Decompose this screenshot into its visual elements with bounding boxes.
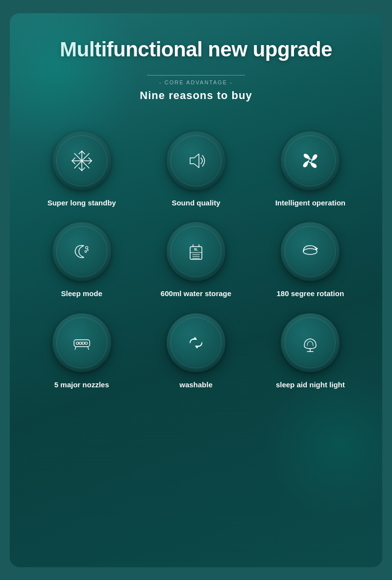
svg-marker-26 xyxy=(315,247,318,251)
svg-point-14 xyxy=(85,247,88,249)
svg-point-28 xyxy=(76,342,78,344)
snowflake-icon xyxy=(69,148,95,174)
svg-marker-35 xyxy=(195,346,199,349)
svg-text:6L: 6L xyxy=(194,248,198,251)
icon-circle-snowflake xyxy=(52,131,111,190)
icon-circle-water: 6L xyxy=(167,222,225,281)
feature-item-water-storage: 6L 600ml water storage xyxy=(144,222,248,299)
icon-circle-sound xyxy=(167,131,225,190)
svg-line-7 xyxy=(82,168,85,171)
fan-icon xyxy=(297,148,323,174)
page-container: Multifunctional new upgrade - CORE ADVAN… xyxy=(10,13,382,567)
feature-label-rotation: 180 segree rotation xyxy=(277,289,344,299)
feature-item-washable: washable xyxy=(144,313,248,390)
washable-icon xyxy=(183,330,209,355)
svg-line-3 xyxy=(74,153,89,168)
svg-line-4 xyxy=(79,151,82,154)
svg-rect-17 xyxy=(190,247,202,259)
svg-line-8 xyxy=(72,158,75,161)
svg-point-31 xyxy=(85,342,87,344)
divider-line xyxy=(147,75,245,76)
svg-marker-34 xyxy=(193,337,197,340)
icon-circle-nightlight xyxy=(281,313,340,372)
main-title: Multifunctional new upgrade xyxy=(60,38,332,61)
feature-label-nozzles: 5 major nozzles xyxy=(54,380,109,390)
svg-marker-12 xyxy=(190,154,199,168)
icon-circle-washable xyxy=(167,313,225,372)
nozzles-icon xyxy=(69,330,95,355)
svg-point-15 xyxy=(85,251,87,252)
feature-item-intelligent: Intelligent operation xyxy=(258,131,363,208)
feature-item-super-long-standby: Super long standby xyxy=(29,131,134,208)
feature-item-nozzles: 5 major nozzles xyxy=(29,313,134,390)
subtitle: Nine reasons to buy xyxy=(140,89,252,102)
feature-item-sleep-mode: Sleep mode xyxy=(29,222,134,299)
features-grid: Super long standby Sound quality xyxy=(29,131,363,390)
feature-item-sound-quality: Sound quality xyxy=(144,131,248,208)
feature-item-rotation: 180 segree rotation xyxy=(258,222,363,299)
svg-point-29 xyxy=(79,342,81,344)
nightlight-icon xyxy=(297,330,323,355)
svg-line-5 xyxy=(82,151,85,154)
svg-line-10 xyxy=(89,158,92,161)
divider-section: - CORE ADVANTAGE - Nine reasons to buy xyxy=(140,75,252,102)
feature-label-nightlight: sleep aid night light xyxy=(276,380,345,390)
feature-label-washable: washable xyxy=(179,380,213,390)
feature-label-standby: Super long standby xyxy=(48,198,116,208)
feature-label-sound: Sound quality xyxy=(172,198,220,208)
moon-icon xyxy=(69,239,95,264)
svg-line-9 xyxy=(72,161,75,164)
svg-point-30 xyxy=(82,342,84,344)
icon-circle-moon xyxy=(52,222,111,281)
svg-rect-27 xyxy=(74,340,90,347)
feature-item-night-light: sleep aid night light xyxy=(258,313,363,390)
svg-point-16 xyxy=(87,250,88,251)
rotation-icon xyxy=(297,239,323,264)
icon-circle-rotation xyxy=(281,222,340,281)
feature-label-water: 600ml water storage xyxy=(161,289,231,299)
water-icon: 6L xyxy=(183,239,209,264)
core-advantage-label: - CORE ADVANTAGE - xyxy=(159,79,233,85)
svg-line-2 xyxy=(74,153,89,168)
svg-line-32 xyxy=(75,347,76,350)
icon-circle-nozzles xyxy=(52,313,111,372)
svg-line-6 xyxy=(79,168,82,171)
icon-circle-fan xyxy=(281,131,340,190)
svg-point-13 xyxy=(309,159,312,162)
svg-line-11 xyxy=(89,161,92,164)
svg-line-33 xyxy=(88,347,89,350)
feature-label-intelligent: Intelligent operation xyxy=(275,198,345,208)
sound-icon xyxy=(183,148,209,174)
feature-label-sleep-mode: Sleep mode xyxy=(61,289,102,299)
svg-point-25 xyxy=(303,249,317,254)
